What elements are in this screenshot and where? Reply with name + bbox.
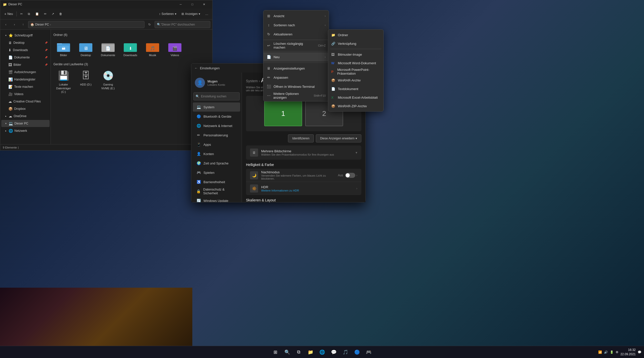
maximize-button[interactable]: □ <box>186 0 198 8</box>
browser2-button[interactable]: 🔵 <box>351 347 363 358</box>
sidebar-item-videos[interactable]: 🎥 Videos <box>1 91 50 98</box>
sidebar-item-quickaccess[interactable]: ▾ ⭐ Schnellzugriff <box>1 32 50 39</box>
settings-nav-accessibility[interactable]: ♿ Barrierefreiheit <box>193 177 240 186</box>
drive-d[interactable]: 🗄 HDD (D:) <box>76 68 96 95</box>
sidebar-item-desktop[interactable]: 🖥 Desktop 📌 <box>1 39 50 46</box>
sub-excel[interactable]: X Microsoft Excel-Arbeitsblatt <box>328 93 383 102</box>
file-explorer-taskbar-button[interactable]: 📁 <box>305 347 316 358</box>
mehrere-bildschirme-row[interactable]: 🖥 Mehrere Bildschirme Wählen Sie den Prä… <box>246 145 361 160</box>
refresh-button[interactable]: ↻ <box>146 21 153 28</box>
folder-dokumente[interactable]: 📄 Dokumente <box>98 39 118 58</box>
ctx-display-settings[interactable]: 🖥 Anzeigeeinstellungen <box>263 64 329 73</box>
new-button[interactable]: + Neu <box>2 10 15 18</box>
back-arrow-icon[interactable]: ← <box>194 66 198 70</box>
sub-textdokument[interactable]: 📄 Textdokument <box>328 85 383 93</box>
settings-nav-time[interactable]: 🌍 Zeit und Sprache <box>193 159 240 168</box>
sidebar-item-pictures[interactable]: 🖼 Bilder 📌 <box>1 61 50 68</box>
share-button[interactable]: ↗ <box>50 10 56 18</box>
sub-bitmuster[interactable]: 🖼 Bitmuster-Image <box>328 50 383 59</box>
hdr-row[interactable]: 🔆 HDR Weitere Informationen zu HDR › <box>246 182 361 195</box>
spotify-button[interactable]: 🎵 <box>340 347 351 358</box>
start-button[interactable]: ⊞ <box>270 347 281 358</box>
nachtmodus-icon: 🌙 <box>250 171 258 179</box>
settings-nav-apps[interactable]: 📱 Apps <box>193 140 240 149</box>
ctx-more-options[interactable]: ⋯ Weitere Optionen anzeigen Shift+F10 <box>263 91 329 100</box>
toggle-thumb <box>346 173 350 177</box>
up-button[interactable]: ↑ <box>19 21 27 28</box>
discord-button[interactable]: 🎮 <box>363 347 374 358</box>
ctx-neu[interactable]: 📄 Neu › <box>263 52 329 61</box>
browser-button[interactable]: 🌐 <box>317 347 328 358</box>
minimize-button[interactable]: ─ <box>175 0 186 8</box>
network-icon[interactable]: 📶 <box>598 350 602 354</box>
explorer-window-icon: 📁 <box>3 3 7 6</box>
view-button[interactable]: ⊞ Anzeigen ▾ <box>179 10 202 18</box>
sub-excel-icon: X <box>331 96 335 99</box>
ctx-ansicht[interactable]: ⊞ Ansicht › <box>263 11 329 20</box>
settings-nav-system[interactable]: 💻 System <box>193 102 240 112</box>
settings-tray-icon[interactable]: ⚙ <box>616 350 618 354</box>
sidebar-item-onedrive[interactable]: ▸ ☁ OneDrive <box>1 113 50 120</box>
forward-button[interactable]: › <box>11 21 18 28</box>
settings-nav-bluetooth[interactable]: 🔵 Bluetooth & Geräte <box>193 112 240 121</box>
folder-desktop[interactable]: 🖥 Desktop <box>76 39 96 58</box>
sub-winrar[interactable]: 📦 WinRAR-Archiv <box>328 76 383 85</box>
chat-button[interactable]: 💬 <box>328 347 339 358</box>
drive-e[interactable]: 💿 Gaming NVME (E:) <box>98 68 118 95</box>
rename-button[interactable]: ✏ <box>42 10 49 18</box>
notification-icon[interactable]: 💬 <box>638 350 641 354</box>
nachtmodus-toggle[interactable] <box>345 173 355 178</box>
settings-nav-accounts[interactable]: 👤 Konten <box>193 149 240 158</box>
sub-word[interactable]: W Microsoft Word-Dokument <box>328 59 383 67</box>
address-input[interactable]: 🏠 Dieser PC › <box>28 21 144 28</box>
folder-bilder[interactable]: 🏔 Bilder <box>53 39 74 58</box>
task-view-button[interactable]: ⧉ <box>293 347 304 358</box>
settings-nav-privacy[interactable]: 🔒 Datenschutz & Sicherheit <box>193 187 240 196</box>
sub-winrar-zip[interactable]: 📦 WinRAR-ZIP-Archiv <box>328 102 383 110</box>
sidebar-item-this-pc[interactable]: ▾ 💻 Dieser PC <box>1 120 50 127</box>
sub-powerpoint[interactable]: P Microsoft PowerPoint-Präsentation <box>328 67 383 76</box>
nachtmodus-row[interactable]: 🌙 Nachtmodus Verwenden Sie wärmere Farbe… <box>246 169 361 182</box>
close-button[interactable]: ✕ <box>198 0 210 8</box>
search-taskbar-button[interactable]: 🔍 <box>282 347 293 358</box>
folder-musik[interactable]: 🎵 Musik <box>142 39 163 58</box>
sidebar-item-documents[interactable]: 📄 Dokumente 📌 <box>1 54 50 61</box>
sidebar-item-texte[interactable]: 📝 Texte machen <box>1 83 50 90</box>
battery-icon[interactable]: 🔋 <box>610 350 614 354</box>
settings-nav-network[interactable]: 🌐 Netzwerk & Internet <box>193 121 240 130</box>
paste-button[interactable]: 📋 <box>33 10 41 18</box>
ctx-aktualisieren[interactable]: ↻ Aktualisieren <box>263 30 329 39</box>
settings-search[interactable]: 🔍 Einstellung suchen <box>193 92 240 100</box>
ctx-undo[interactable]: ↩ Löschen rückgängig machen Ctrl+Z <box>263 41 329 50</box>
sidebar-item-network[interactable]: ▸ 🌐 Netzwerk <box>1 127 50 134</box>
drive-c[interactable]: 💾 Lokaler Datenträger (C:) <box>53 68 74 95</box>
sidebar-item-downloads[interactable]: ⬇ Downloads 📌 <box>1 47 50 54</box>
taskbar-clock[interactable]: 16:32 22.09.2021 <box>620 348 636 356</box>
sidebar-item-recordings[interactable]: 🎬 Aufzeichnungen <box>1 69 50 76</box>
settings-nav-personal[interactable]: ✏ Personalisierung <box>193 131 240 140</box>
sidebar-item-handelsregister[interactable]: 📊 Handelsregister <box>1 76 50 83</box>
more-button[interactable]: … <box>203 10 210 18</box>
sort-button[interactable]: ↕ Sortieren ▾ <box>157 10 178 18</box>
monitor-1[interactable]: 1 <box>264 101 302 126</box>
settings-nav-gaming[interactable]: 🎮 Spielen <box>193 168 240 177</box>
search-box[interactable]: 🔍 "Dieser PC" durchsuchen <box>155 21 210 28</box>
cut-button[interactable]: ✂ <box>18 10 25 18</box>
delete-button[interactable]: 🗑 <box>57 10 64 18</box>
folder-videos[interactable]: 🎬 Videos <box>165 39 185 58</box>
copy-button[interactable]: ⧉ <box>26 10 32 18</box>
identify-button[interactable]: Identifizieren <box>288 134 314 142</box>
folder-downloads[interactable]: ⬇ Downloads <box>120 39 140 58</box>
ctx-terminal[interactable]: ⬛ Öffnen in Windows-Terminal <box>263 82 329 91</box>
user-profile[interactable]: 👤 Mugen Lokales Konto <box>191 75 242 91</box>
settings-nav-windows-update[interactable]: 🔄 Windows Update <box>193 196 240 202</box>
extend-button[interactable]: Diese Anzeigen erweitern ▾ <box>316 134 361 142</box>
sidebar-item-creative-cloud[interactable]: ☁ Creative Cloud Files <box>1 98 50 105</box>
back-button[interactable]: ‹ <box>2 21 9 28</box>
ctx-anpassen[interactable]: ✏ Anpassen <box>263 73 329 82</box>
sub-verknuepfung[interactable]: 🔗 Verknüpfung <box>328 39 383 48</box>
sidebar-item-dropbox[interactable]: 📦 Dropbox <box>1 105 50 112</box>
sub-ordner[interactable]: 📁 Ordner <box>328 31 383 39</box>
sound-icon[interactable]: 🔊 <box>604 350 608 354</box>
ctx-sortieren[interactable]: ↕ Sortieren nach › <box>263 20 329 30</box>
